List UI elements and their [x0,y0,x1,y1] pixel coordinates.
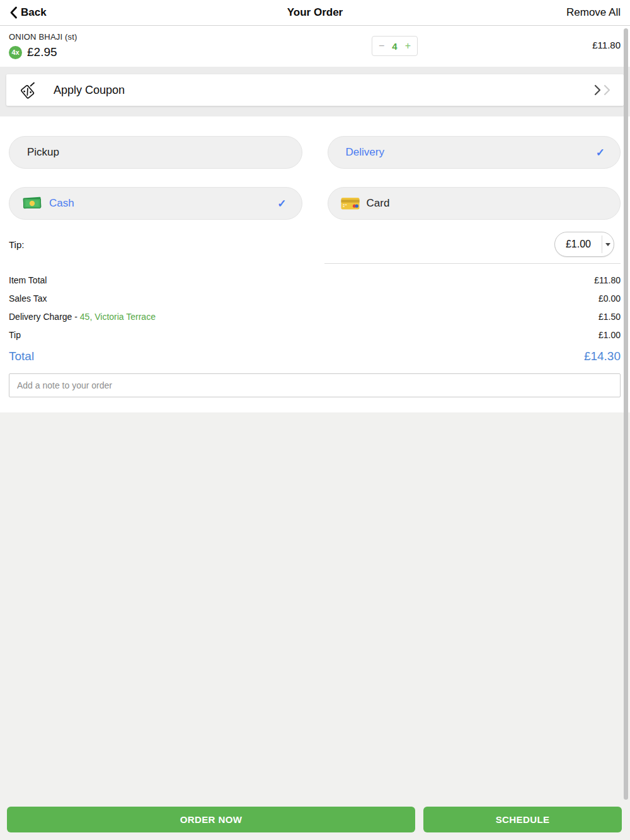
cart-item-row: ONION BHAJI (st) 4x £2.95 − 4 + £11.80 [0,26,630,67]
pickup-option[interactable]: Pickup [9,136,302,169]
apply-coupon-button[interactable]: Apply Coupon [6,74,624,106]
page-title: Your Order [0,6,630,19]
back-label: Back [21,6,47,19]
summary-value: £11.80 [594,271,621,290]
order-note-input[interactable] [9,373,621,397]
quantity-stepper[interactable]: − 4 + [372,36,418,56]
tip-selected-value: £1.00 [555,239,602,250]
footer-area: ORDER NOW SCHEDULE [0,412,630,840]
summary-label: Sales Tax [9,290,47,308]
remove-all-button[interactable]: Remove All [566,6,621,19]
summary-value: £0.00 [598,290,621,308]
banknote-icon [21,196,43,211]
quantity-value: 4 [392,41,397,52]
caret-down-icon [602,236,614,253]
card-label: Card [367,197,390,210]
divider [324,263,621,264]
tip-amount-select[interactable]: £1.00 [554,232,614,257]
item-line-total: £11.80 [592,40,621,50]
summary-label: Delivery Charge - 45, Victoria Terrace [9,308,156,326]
summary-row-tip: Tip £1.00 [9,326,621,344]
checkmark-icon: ✓ [596,146,605,159]
header: Back Your Order Remove All [0,0,630,26]
cash-label: Cash [49,197,74,210]
summary-value: £1.00 [598,326,621,344]
scrollbar-thumb[interactable] [624,28,628,800]
increase-quantity-button[interactable]: + [405,40,411,52]
summary-value: £1.50 [598,308,621,326]
summary-row-item-total: Item Total £11.80 [9,271,621,290]
credit-card-icon [340,196,360,211]
summary-label: Item Total [9,271,47,290]
summary-label: Tip [9,326,21,344]
order-now-button[interactable]: ORDER NOW [7,807,415,832]
checkmark-icon: ✓ [277,197,286,210]
unit-price: £2.95 [27,45,57,59]
delivery-label: Delivery [346,146,384,159]
chevron-right-icon [593,84,602,96]
discount-tag-icon [18,80,37,100]
total-label: Total [9,349,34,363]
quantity-badge: 4x [9,46,22,59]
apply-coupon-label: Apply Coupon [54,84,125,97]
back-button[interactable]: Back [9,6,47,19]
delivery-option[interactable]: Delivery ✓ [328,136,621,169]
coupon-section: Apply Coupon [0,67,630,116]
delivery-address: 45, Victoria Terrace [80,312,156,322]
summary-row-sales-tax: Sales Tax £0.00 [9,290,621,308]
total-row: Total £14.30 [9,349,621,363]
pickup-label: Pickup [27,146,59,159]
item-name: ONION BHAJI (st) [9,32,621,42]
decrease-quantity-button[interactable]: − [379,40,384,52]
cash-option[interactable]: Cash ✓ [9,187,302,220]
card-option[interactable]: Card [328,187,621,220]
chevron-right-icon [603,84,611,96]
schedule-button[interactable]: SCHEDULE [423,807,622,832]
chevron-left-icon [9,6,18,19]
order-options: Pickup Delivery ✓ Cash ✓ [0,116,630,412]
total-value: £14.30 [584,349,621,363]
order-summary: Item Total £11.80 Sales Tax £0.00 Delive… [9,271,621,344]
tip-label: Tip: [9,239,24,250]
summary-row-delivery-charge: Delivery Charge - 45, Victoria Terrace £… [9,308,621,326]
